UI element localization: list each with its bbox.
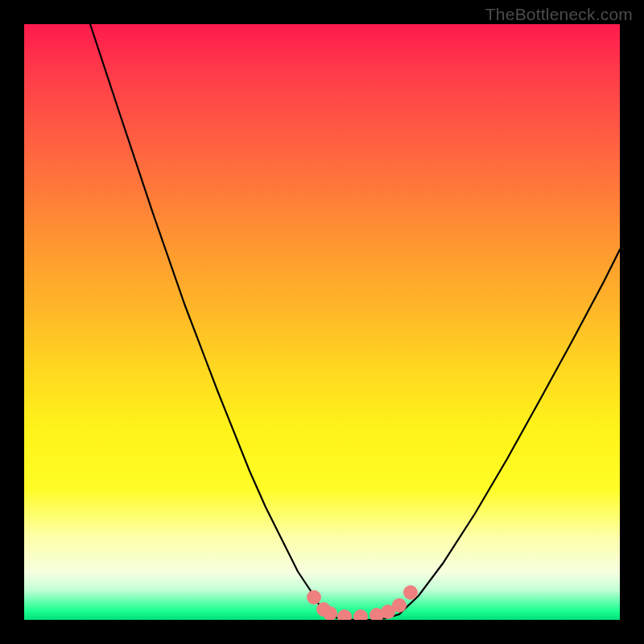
marker-dot: [307, 590, 321, 605]
chart-frame: TheBottleneck.com: [0, 0, 644, 644]
bottleneck-curve: [90, 24, 620, 620]
marker-dot: [337, 609, 352, 620]
chart-svg: [24, 24, 620, 620]
marker-group: [307, 585, 418, 620]
marker-dot: [353, 609, 368, 620]
marker-dot: [392, 598, 407, 613]
marker-dot: [403, 585, 418, 600]
watermark-text: TheBottleneck.com: [485, 5, 633, 24]
plot-area: [24, 24, 620, 620]
